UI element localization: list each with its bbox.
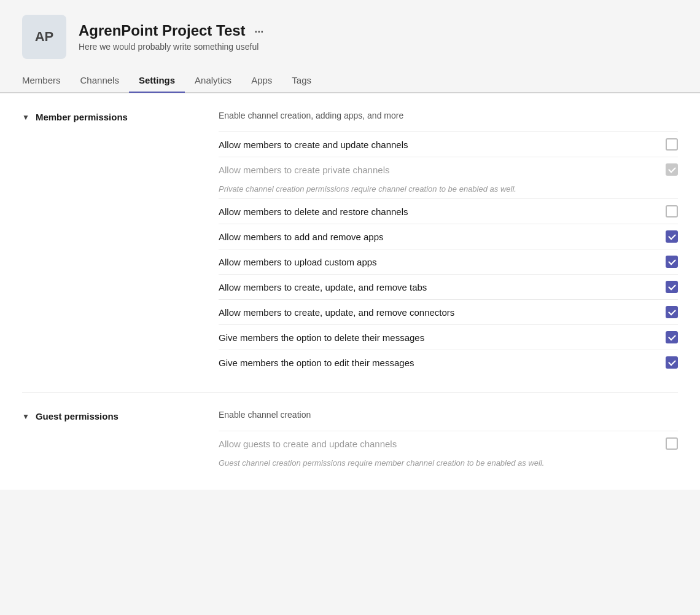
member-permissions-body: Enable channel creation, adding apps, an…: [219, 111, 678, 375]
permission-delete-messages: Give members the option to delete their …: [219, 324, 678, 350]
checkbox-create-private-channels[interactable]: [666, 163, 678, 176]
member-permissions-collapse-icon[interactable]: ▼: [22, 113, 29, 122]
tab-apps[interactable]: Apps: [241, 69, 282, 93]
permission-note-private-channels: Private channel creation permissions req…: [219, 182, 678, 198]
member-permissions-description: Enable channel creation, adding apps, an…: [219, 111, 678, 120]
permission-create-private-channels: Allow members to create private channels: [219, 157, 678, 182]
tab-analytics[interactable]: Analytics: [185, 69, 241, 93]
guest-permissions-title: Guest permissions: [36, 411, 119, 421]
avatar-initials: AP: [35, 29, 54, 45]
permission-label-upload-custom-apps: Allow members to upload custom apps: [219, 257, 666, 267]
checkbox-add-remove-apps[interactable]: [666, 230, 678, 243]
team-name: AgrenPoint Project Test ···: [79, 22, 263, 39]
checkbox-edit-messages[interactable]: [666, 356, 678, 369]
permission-note-guest-channels: Guest channel creation permissions requi…: [219, 456, 678, 472]
member-permissions-section: ▼ Member permissions Enable channel crea…: [22, 93, 678, 393]
permission-delete-restore-channels: Allow members to delete and restore chan…: [219, 198, 678, 224]
permission-manage-connectors: Allow members to create, update, and rem…: [219, 299, 678, 324]
permission-add-remove-apps: Allow members to add and remove apps: [219, 224, 678, 249]
permission-guest-create-update-channels: Allow guests to create and update channe…: [219, 431, 678, 456]
permission-upload-custom-apps: Allow members to upload custom apps: [219, 249, 678, 274]
member-permissions-row: ▼ Member permissions Enable channel crea…: [22, 111, 678, 375]
checkbox-upload-custom-apps[interactable]: [666, 256, 678, 268]
tab-settings[interactable]: Settings: [129, 69, 185, 93]
team-avatar: AP: [22, 15, 66, 59]
permission-manage-tabs: Allow members to create, update, and rem…: [219, 274, 678, 299]
permission-label-add-remove-apps: Allow members to add and remove apps: [219, 232, 666, 242]
checkbox-guest-create-update-channels[interactable]: [666, 437, 678, 450]
checkbox-delete-restore-channels[interactable]: [666, 205, 678, 217]
more-options-icon[interactable]: ···: [254, 26, 263, 38]
settings-content: ▼ Member permissions Enable channel crea…: [0, 93, 700, 490]
permission-label-manage-tabs: Allow members to create, update, and rem…: [219, 282, 666, 292]
permission-edit-messages: Give members the option to edit their me…: [219, 350, 678, 375]
tab-tags[interactable]: Tags: [282, 69, 321, 93]
tab-members[interactable]: Members: [22, 69, 71, 93]
permission-label-edit-messages: Give members the option to edit their me…: [219, 358, 666, 368]
permission-label-guest-create-update-channels: Allow guests to create and update channe…: [219, 439, 666, 449]
tab-channels[interactable]: Channels: [71, 69, 129, 93]
permission-label-create-private-channels: Allow members to create private channels: [219, 165, 666, 175]
navigation-tabs: Members Channels Settings Analytics Apps…: [0, 69, 700, 93]
guest-permissions-collapse-icon[interactable]: ▼: [22, 412, 29, 421]
guest-permissions-row: ▼ Guest permissions Enable channel creat…: [22, 410, 678, 472]
checkbox-manage-tabs[interactable]: [666, 281, 678, 293]
team-subtitle: Here we would probably write something u…: [79, 42, 263, 52]
guest-permissions-description: Enable channel creation: [219, 410, 678, 420]
permission-label-delete-messages: Give members the option to delete their …: [219, 332, 666, 343]
permission-label-delete-restore-channels: Allow members to delete and restore chan…: [219, 206, 666, 217]
member-permissions-header: ▼ Member permissions: [22, 111, 219, 122]
checkbox-create-update-channels[interactable]: [666, 138, 678, 151]
member-permissions-title: Member permissions: [36, 112, 128, 122]
guest-permissions-body: Enable channel creation Allow guests to …: [219, 410, 678, 472]
page-header: AP AgrenPoint Project Test ··· Here we w…: [0, 0, 700, 69]
permission-label-manage-connectors: Allow members to create, update, and rem…: [219, 307, 666, 318]
header-info: AgrenPoint Project Test ··· Here we woul…: [79, 22, 263, 52]
guest-permissions-header: ▼ Guest permissions: [22, 410, 219, 421]
permission-create-update-channels: Allow members to create and update chann…: [219, 131, 678, 157]
permission-label-create-update-channels: Allow members to create and update chann…: [219, 139, 666, 150]
checkbox-manage-connectors[interactable]: [666, 306, 678, 318]
checkbox-delete-messages[interactable]: [666, 331, 678, 343]
guest-permissions-section: ▼ Guest permissions Enable channel creat…: [22, 393, 678, 490]
